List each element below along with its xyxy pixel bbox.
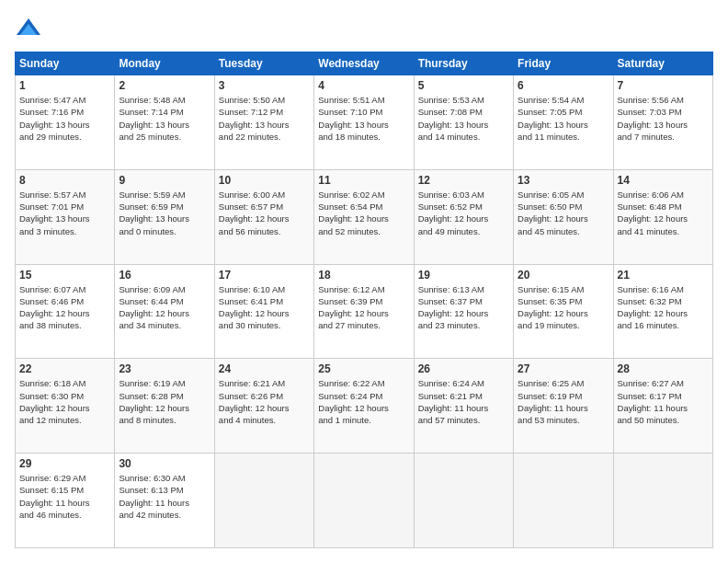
calendar-cell: 16Sunrise: 6:09 AMSunset: 6:44 PMDayligh… xyxy=(115,264,214,359)
calendar-cell: 19Sunrise: 6:13 AMSunset: 6:37 PMDayligh… xyxy=(414,264,513,359)
calendar-cell: 18Sunrise: 6:12 AMSunset: 6:39 PMDayligh… xyxy=(314,264,414,359)
calendar-cell: 29Sunrise: 6:29 AMSunset: 6:15 PMDayligh… xyxy=(16,454,115,548)
day-number: 4 xyxy=(318,79,409,92)
day-number: 26 xyxy=(418,362,509,375)
calendar-cell: 13Sunrise: 6:05 AMSunset: 6:50 PMDayligh… xyxy=(514,169,613,264)
day-info: Sunrise: 6:19 AMSunset: 6:28 PMDaylight:… xyxy=(119,377,210,426)
day-number: 7 xyxy=(618,79,709,92)
calendar-cell: 6Sunrise: 5:54 AMSunset: 7:05 PMDaylight… xyxy=(514,75,613,170)
col-header-saturday: Saturday xyxy=(613,52,712,75)
day-number: 6 xyxy=(518,79,609,92)
day-info: Sunrise: 5:47 AMSunset: 7:16 PMDaylight:… xyxy=(19,94,110,143)
calendar-cell: 12Sunrise: 6:03 AMSunset: 6:52 PMDayligh… xyxy=(414,169,513,264)
day-number: 11 xyxy=(318,174,409,187)
day-info: Sunrise: 6:07 AMSunset: 6:46 PMDaylight:… xyxy=(19,283,110,332)
day-info: Sunrise: 6:12 AMSunset: 6:39 PMDaylight:… xyxy=(318,283,409,332)
col-header-friday: Friday xyxy=(514,52,613,75)
day-number: 21 xyxy=(618,269,709,282)
calendar-week-5: 29Sunrise: 6:29 AMSunset: 6:15 PMDayligh… xyxy=(16,454,713,548)
calendar-cell: 25Sunrise: 6:22 AMSunset: 6:24 PMDayligh… xyxy=(314,359,414,454)
day-number: 5 xyxy=(418,79,509,92)
calendar-cell xyxy=(514,454,613,548)
day-number: 9 xyxy=(119,174,210,187)
day-info: Sunrise: 6:05 AMSunset: 6:50 PMDaylight:… xyxy=(518,189,609,237)
calendar-cell: 3Sunrise: 5:50 AMSunset: 7:12 PMDaylight… xyxy=(214,75,313,170)
calendar-week-1: 1Sunrise: 5:47 AMSunset: 7:16 PMDaylight… xyxy=(16,75,713,170)
col-header-wednesday: Wednesday xyxy=(314,52,414,75)
calendar-cell: 10Sunrise: 6:00 AMSunset: 6:57 PMDayligh… xyxy=(214,169,313,264)
day-number: 17 xyxy=(219,269,310,282)
day-info: Sunrise: 6:18 AMSunset: 6:30 PMDaylight:… xyxy=(19,377,110,426)
calendar-week-4: 22Sunrise: 6:18 AMSunset: 6:30 PMDayligh… xyxy=(16,359,713,454)
calendar-cell: 9Sunrise: 5:59 AMSunset: 6:59 PMDaylight… xyxy=(115,169,214,264)
day-info: Sunrise: 6:27 AMSunset: 6:17 PMDaylight:… xyxy=(618,377,709,426)
day-info: Sunrise: 5:56 AMSunset: 7:03 PMDaylight:… xyxy=(618,94,709,143)
day-number: 16 xyxy=(119,269,210,282)
day-number: 13 xyxy=(518,174,609,187)
calendar-cell: 7Sunrise: 5:56 AMSunset: 7:03 PMDaylight… xyxy=(613,75,712,170)
day-info: Sunrise: 6:16 AMSunset: 6:32 PMDaylight:… xyxy=(618,283,709,332)
calendar-week-2: 8Sunrise: 5:57 AMSunset: 7:01 PMDaylight… xyxy=(16,169,713,264)
day-info: Sunrise: 6:00 AMSunset: 6:57 PMDaylight:… xyxy=(219,189,310,237)
day-info: Sunrise: 5:50 AMSunset: 7:12 PMDaylight:… xyxy=(219,94,310,143)
calendar-cell: 30Sunrise: 6:30 AMSunset: 6:13 PMDayligh… xyxy=(115,454,214,548)
day-info: Sunrise: 6:10 AMSunset: 6:41 PMDaylight:… xyxy=(219,283,310,332)
day-number: 15 xyxy=(19,269,110,282)
day-number: 10 xyxy=(219,174,310,187)
day-number: 2 xyxy=(119,79,210,92)
day-info: Sunrise: 6:03 AMSunset: 6:52 PMDaylight:… xyxy=(418,189,509,237)
day-info: Sunrise: 6:09 AMSunset: 6:44 PMDaylight:… xyxy=(119,283,210,332)
day-info: Sunrise: 6:06 AMSunset: 6:48 PMDaylight:… xyxy=(618,189,709,237)
day-number: 29 xyxy=(19,457,110,470)
header xyxy=(15,15,713,42)
calendar-cell xyxy=(414,454,513,548)
day-number: 12 xyxy=(418,174,509,187)
calendar-cell: 27Sunrise: 6:25 AMSunset: 6:19 PMDayligh… xyxy=(514,359,613,454)
day-number: 3 xyxy=(219,79,310,92)
col-header-sunday: Sunday xyxy=(16,52,115,75)
calendar-cell xyxy=(613,454,712,548)
day-number: 30 xyxy=(119,457,210,470)
day-info: Sunrise: 5:48 AMSunset: 7:14 PMDaylight:… xyxy=(119,94,210,143)
day-info: Sunrise: 5:51 AMSunset: 7:10 PMDaylight:… xyxy=(318,94,409,143)
logo-icon xyxy=(15,15,42,42)
day-number: 18 xyxy=(318,269,409,282)
calendar-cell: 2Sunrise: 5:48 AMSunset: 7:14 PMDaylight… xyxy=(115,75,214,170)
day-info: Sunrise: 6:22 AMSunset: 6:24 PMDaylight:… xyxy=(318,377,409,426)
day-info: Sunrise: 6:15 AMSunset: 6:35 PMDaylight:… xyxy=(518,283,609,332)
day-number: 25 xyxy=(318,362,409,375)
calendar-cell: 4Sunrise: 5:51 AMSunset: 7:10 PMDaylight… xyxy=(314,75,414,170)
logo xyxy=(15,15,46,42)
calendar-week-3: 15Sunrise: 6:07 AMSunset: 6:46 PMDayligh… xyxy=(16,264,713,359)
calendar-cell: 15Sunrise: 6:07 AMSunset: 6:46 PMDayligh… xyxy=(16,264,115,359)
calendar-cell: 1Sunrise: 5:47 AMSunset: 7:16 PMDaylight… xyxy=(16,75,115,170)
calendar-cell: 23Sunrise: 6:19 AMSunset: 6:28 PMDayligh… xyxy=(115,359,214,454)
calendar-cell: 8Sunrise: 5:57 AMSunset: 7:01 PMDaylight… xyxy=(16,169,115,264)
page: SundayMondayTuesdayWednesdayThursdayFrid… xyxy=(0,0,728,563)
day-number: 20 xyxy=(518,269,609,282)
col-header-monday: Monday xyxy=(115,52,214,75)
day-info: Sunrise: 6:13 AMSunset: 6:37 PMDaylight:… xyxy=(418,283,509,332)
day-number: 1 xyxy=(19,79,110,92)
day-info: Sunrise: 5:54 AMSunset: 7:05 PMDaylight:… xyxy=(518,94,609,143)
calendar-cell: 28Sunrise: 6:27 AMSunset: 6:17 PMDayligh… xyxy=(613,359,712,454)
calendar-cell: 22Sunrise: 6:18 AMSunset: 6:30 PMDayligh… xyxy=(16,359,115,454)
calendar-cell: 24Sunrise: 6:21 AMSunset: 6:26 PMDayligh… xyxy=(214,359,313,454)
day-info: Sunrise: 6:30 AMSunset: 6:13 PMDaylight:… xyxy=(119,472,210,521)
day-number: 24 xyxy=(219,362,310,375)
calendar-cell xyxy=(314,454,414,548)
day-info: Sunrise: 6:25 AMSunset: 6:19 PMDaylight:… xyxy=(518,377,609,426)
day-number: 23 xyxy=(119,362,210,375)
day-info: Sunrise: 6:02 AMSunset: 6:54 PMDaylight:… xyxy=(318,189,409,237)
day-info: Sunrise: 5:59 AMSunset: 6:59 PMDaylight:… xyxy=(119,189,210,237)
day-info: Sunrise: 6:24 AMSunset: 6:21 PMDaylight:… xyxy=(418,377,509,426)
calendar-cell: 11Sunrise: 6:02 AMSunset: 6:54 PMDayligh… xyxy=(314,169,414,264)
day-info: Sunrise: 5:57 AMSunset: 7:01 PMDaylight:… xyxy=(19,189,110,237)
calendar-cell: 17Sunrise: 6:10 AMSunset: 6:41 PMDayligh… xyxy=(214,264,313,359)
day-number: 8 xyxy=(19,174,110,187)
day-info: Sunrise: 6:29 AMSunset: 6:15 PMDaylight:… xyxy=(19,472,110,521)
calendar-table: SundayMondayTuesdayWednesdayThursdayFrid… xyxy=(15,52,713,548)
calendar-cell: 20Sunrise: 6:15 AMSunset: 6:35 PMDayligh… xyxy=(514,264,613,359)
day-number: 19 xyxy=(418,269,509,282)
day-number: 22 xyxy=(19,362,110,375)
